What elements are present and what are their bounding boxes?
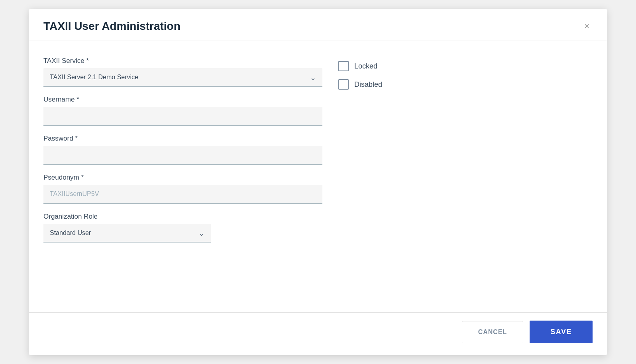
username-label: Username * xyxy=(43,96,322,104)
dialog-header: TAXII User Administration × xyxy=(29,9,607,41)
save-button[interactable]: SAVE xyxy=(530,321,593,343)
form-section: TAXII Service * TAXII Server 2.1 Demo Se… xyxy=(43,57,322,304)
pseudonym-group: Pseudonym * xyxy=(43,174,322,204)
org-role-select-wrapper: Standard User ⌄ xyxy=(43,224,211,243)
taxii-service-select[interactable]: TAXII Server 2.1 Demo Service xyxy=(43,68,322,87)
disabled-checkbox[interactable] xyxy=(338,79,349,90)
cancel-button[interactable]: CANCEL xyxy=(462,321,524,343)
org-role-label: Organization Role xyxy=(43,213,322,221)
username-input[interactable] xyxy=(43,107,322,126)
password-label: Password * xyxy=(43,135,322,143)
org-role-select[interactable]: Standard User xyxy=(43,224,211,243)
password-group: Password * xyxy=(43,135,322,165)
username-group: Username * xyxy=(43,96,322,126)
pseudonym-input[interactable] xyxy=(43,185,322,204)
disabled-row: Disabled xyxy=(338,79,382,90)
dialog-footer: CANCEL SAVE xyxy=(29,312,607,355)
dialog-body: TAXII Service * TAXII Server 2.1 Demo Se… xyxy=(29,41,607,312)
org-role-group: Organization Role Standard User ⌄ xyxy=(43,213,322,243)
close-button[interactable]: × xyxy=(581,20,593,32)
locked-label: Locked xyxy=(354,62,377,70)
taxii-service-label: TAXII Service * xyxy=(43,57,322,65)
disabled-label: Disabled xyxy=(354,80,382,89)
taxii-service-select-wrapper: TAXII Server 2.1 Demo Service ⌄ xyxy=(43,68,322,87)
locked-checkbox[interactable] xyxy=(338,61,349,71)
dialog-title: TAXII User Administration xyxy=(43,20,181,33)
options-section: Locked Disabled xyxy=(338,57,593,304)
taxii-service-group: TAXII Service * TAXII Server 2.1 Demo Se… xyxy=(43,57,322,87)
pseudonym-label: Pseudonym * xyxy=(43,174,322,182)
password-input[interactable] xyxy=(43,146,322,165)
taxii-user-admin-dialog: TAXII User Administration × TAXII Servic… xyxy=(29,9,607,355)
locked-row: Locked xyxy=(338,61,377,71)
